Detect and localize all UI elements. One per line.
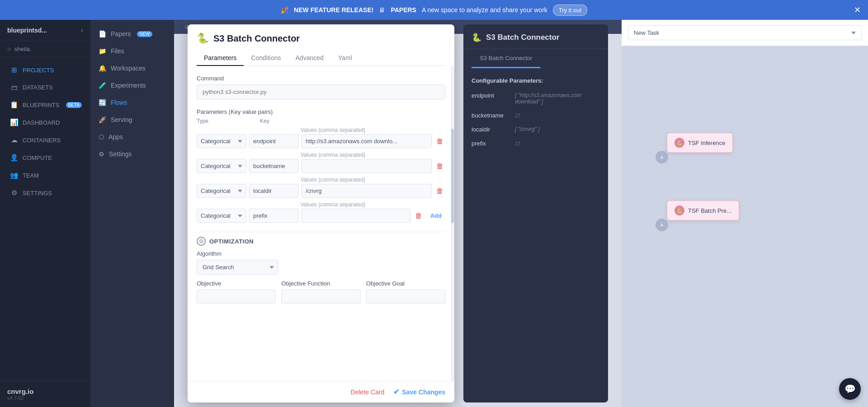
scroll-thumb [451,129,454,223]
flows-icon: 🔄 [99,99,106,106]
sub-sidebar-workspaces-label: Workspaces [111,65,146,72]
banner-description: A new space to analyze and share your wo… [422,6,547,14]
modal-header: 🐍 S3 Batch Connector Parameters Conditio… [188,24,454,66]
config-param-localdir: localdir [ "/cnvrg" ] [463,122,608,136]
projects-icon: ⊞ [10,66,18,74]
sidebar-version: v4.7.62 [7,395,83,401]
config-param-bucketname: bucketname ◻ [463,108,608,122]
try-it-button[interactable]: Try it out [553,5,587,16]
sub-sidebar-item-files[interactable]: 📁 Files [90,42,174,60]
sidebar-user: ○ sheila. [0,41,90,57]
modal-title: S3 Batch Connector [213,33,300,44]
files-icon: 📁 [99,47,106,55]
params-section: Parameters (Key value pairs) Type Key Va… [197,108,445,223]
param-delete-1[interactable]: 🗑 [434,136,445,147]
experiments-icon: 🧪 [99,82,106,89]
param-row-3: Categorical 🗑 [197,184,445,198]
chat-bubble[interactable]: 💬 [839,378,861,400]
param-key-3[interactable] [249,184,299,198]
sidebar-item-dashboard[interactable]: 📊 DASHBOARD [3,114,88,131]
optimization-header[interactable]: ⊙ OPTIMIZATION [197,232,445,250]
param-delete-2[interactable]: 🗑 [434,160,445,172]
sidebar-item-containers[interactable]: ☁ CONTAINERS [3,131,88,149]
config-param-endpoint-name: endpoint [472,92,512,99]
param-type-select-4[interactable]: Categorical [197,209,246,223]
sidebar-item-compute-label: COMPUTE [23,154,52,161]
optimization-toggle-icon: ⊙ [197,237,206,246]
param-values-label-2: Values (comma separated) [301,152,445,158]
algorithm-select[interactable]: Grid Search Random Search [197,260,278,275]
objective-goal-col: Objective Goal [366,280,445,304]
delete-card-button[interactable]: Delete Card [351,388,385,396]
content-area: dev-s3-tsf-... 🐍 S3 Batch Connector Para… [174,20,868,407]
tab-parameters[interactable]: Parameters [197,51,244,66]
param-delete-3[interactable]: 🗑 [434,185,445,197]
sub-sidebar-item-apps[interactable]: ⬡ Apps [90,128,174,145]
settings-icon: ⚙ [10,189,18,197]
command-input[interactable] [197,84,445,99]
sidebar-item-datasets-label: DATASETS [23,84,53,91]
param-key-1[interactable] [249,134,299,148]
param-value-2[interactable] [302,159,432,173]
tsf-inference-icon: 🐍 [675,138,684,148]
param-type-select-2[interactable]: Categorical [197,159,246,173]
param-key-2[interactable] [249,159,299,173]
papers-badge: NEW [137,31,152,37]
param-type-select-3[interactable]: Categorical [197,184,246,198]
sub-sidebar-apps-label: Apps [108,133,123,140]
new-task-bar: New Task [622,20,868,46]
params-label: Parameters (Key value pairs) [197,108,445,115]
sub-sidebar-serving-label: Serving [111,116,132,123]
command-section: Command [197,75,445,99]
sub-sidebar-item-papers[interactable]: 📄 Papers NEW [90,25,174,42]
sub-sidebar-item-workspaces[interactable]: 🔔 Workspaces [90,60,174,77]
modal-footer: Delete Card ✔ Save Changes [188,381,454,402]
tab-advanced[interactable]: Advanced [288,51,331,66]
sub-sidebar-item-experiments[interactable]: 🧪 Experiments [90,77,174,94]
configurable-params-header: Configurable Parameters: [463,73,608,89]
sidebar-item-datasets[interactable]: 🗃 DATASETS [3,79,88,96]
config-param-prefix: prefix ◻ [463,136,608,150]
banner-product: PAPERS [391,6,416,14]
param-value-4[interactable] [302,209,410,223]
objective-goal-input[interactable] [366,290,445,304]
tab-yaml[interactable]: Yaml [331,51,359,66]
objective-input[interactable] [197,290,276,304]
sub-sidebar-item-serving[interactable]: 🚀 Serving [90,111,174,128]
tab-conditions[interactable]: Conditions [244,51,288,66]
param-key-4[interactable] [249,209,299,223]
param-row-4: Categorical 🗑 Add [197,209,445,223]
param-value-3[interactable] [302,184,432,198]
sidebar-item-compute[interactable]: 👤 COMPUTE [3,149,88,166]
sidebar-item-settings[interactable]: ⚙ SETTINGS [3,184,88,201]
param-type-select-1[interactable]: Categorical [197,134,246,148]
objective-function-input[interactable] [281,290,360,304]
save-changes-button[interactable]: ✔ Save Changes [393,388,445,396]
sidebar-footer: cnvrg.io v4.7.62 [0,381,90,407]
col-values-header [319,118,445,124]
sidebar-collapse-button[interactable]: ‹ [81,26,83,34]
param-value-1[interactable] [302,134,432,148]
add-param-button[interactable]: Add [427,211,445,221]
sub-sidebar-item-settings[interactable]: ⚙ Settings [90,145,174,163]
modal-tabs: Parameters Conditions Advanced Yaml [197,51,445,66]
main-sidebar: blueprintsd... ‹ ○ sheila. ⊞ PROJECTS 🗃 … [0,20,90,407]
task-card-tsf-inference[interactable]: 🐍 TSF Inference [667,133,733,153]
task-card-tsf-batch[interactable]: 🐍 TSF Batch Pre... [667,201,739,220]
info-panel-icon: 🐍 [472,33,481,42]
banner-close-button[interactable]: ✕ [854,5,861,15]
sidebar-item-blueprints[interactable]: 📋 BLUEPRINTS BETA [3,96,88,113]
sidebar-logo: blueprintsd... [7,27,47,34]
sub-sidebar-item-flows[interactable]: 🔄 Flows [90,94,174,111]
optimization-section: ⊙ OPTIMIZATION Algorithm Grid Search Ran… [197,232,445,304]
new-task-select[interactable]: New Task [628,25,862,40]
sidebar-item-team[interactable]: 👥 TEAM [3,167,88,184]
team-icon: 👥 [10,171,18,179]
param-delete-4[interactable]: 🗑 [413,210,424,222]
user-icon: ○ [7,46,11,52]
objective-goal-label: Objective Goal [366,280,445,287]
sidebar-item-projects[interactable]: ⊞ PROJECTS [3,61,88,79]
connector-1: + [656,151,668,164]
sidebar-item-containers-label: CONTAINERS [23,137,61,144]
serving-icon: 🚀 [99,116,106,123]
